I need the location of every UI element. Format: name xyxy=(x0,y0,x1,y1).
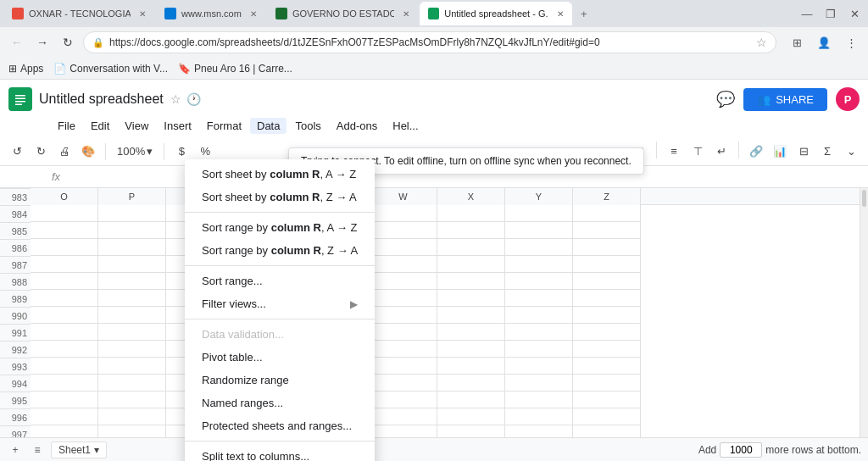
grid-cell[interactable] xyxy=(370,290,437,307)
tab-close-3[interactable]: ✕ xyxy=(403,9,409,19)
grid-cell[interactable] xyxy=(437,392,505,408)
grid-cell[interactable] xyxy=(505,341,573,358)
grid-cell[interactable] xyxy=(505,324,573,341)
grid-cell[interactable] xyxy=(573,375,641,392)
grid-cell[interactable] xyxy=(573,358,641,375)
grid-cell[interactable] xyxy=(573,222,641,239)
menu-view[interactable]: View xyxy=(118,118,155,134)
grid-cell[interactable] xyxy=(437,205,505,222)
grid-cell[interactable] xyxy=(437,273,505,290)
url-bar[interactable]: 🔒 https://docs.google.com/spreadsheets/d… xyxy=(83,31,776,53)
chart-button[interactable]: 📊 xyxy=(770,142,790,162)
protected-sheets-item[interactable]: Protected sheets and ranges... xyxy=(185,414,375,437)
sort-range-za-item[interactable]: Sort range by column R, Z → A xyxy=(185,239,375,262)
grid-cell[interactable] xyxy=(437,239,505,256)
grid-cell[interactable] xyxy=(437,425,505,437)
share-button[interactable]: 👥 SHARE xyxy=(743,88,827,111)
close-button[interactable]: ✕ xyxy=(844,3,865,24)
print-button[interactable]: 🖨 xyxy=(54,142,75,162)
grid-cell[interactable] xyxy=(573,341,641,358)
comments-icon[interactable]: 💬 xyxy=(716,90,735,108)
grid-cell[interactable] xyxy=(370,392,437,408)
refresh-button[interactable]: ↻ xyxy=(58,32,78,53)
percent-button[interactable]: % xyxy=(195,142,215,162)
bookmark-star-icon[interactable]: ☆ xyxy=(756,36,767,49)
grid-cell[interactable] xyxy=(505,358,573,375)
grid-cell[interactable] xyxy=(573,205,641,222)
grid-cell[interactable] xyxy=(370,425,437,437)
grid-cell[interactable] xyxy=(573,392,641,408)
grid-cell[interactable] xyxy=(31,341,98,358)
extensions-icon[interactable]: ⊞ xyxy=(787,32,807,53)
grid-cell[interactable] xyxy=(573,239,641,256)
grid-cell[interactable] xyxy=(31,324,98,341)
grid-cell[interactable] xyxy=(505,273,573,290)
link-button[interactable]: 🔗 xyxy=(746,142,766,162)
grid-cell[interactable] xyxy=(31,358,98,375)
grid-cell[interactable] xyxy=(31,256,98,273)
restore-button[interactable]: ❐ xyxy=(821,3,841,24)
sort-sheet-za-item[interactable]: Sort sheet by column R, Z → A xyxy=(185,186,375,208)
grid-cell[interactable] xyxy=(505,392,573,408)
grid-cell[interactable] xyxy=(437,222,505,239)
menu-addons[interactable]: Add-ons xyxy=(330,118,384,134)
grid-cell[interactable] xyxy=(505,375,573,392)
grid-cell[interactable] xyxy=(370,256,437,273)
forward-button[interactable]: → xyxy=(32,32,53,53)
grid-cell[interactable] xyxy=(437,375,505,392)
paint-format-button[interactable]: 🎨 xyxy=(78,142,98,162)
grid-cell[interactable] xyxy=(31,307,98,324)
add-sheet-button[interactable]: + xyxy=(7,442,24,458)
grid-cell[interactable] xyxy=(98,239,166,256)
tab-governo[interactable]: GOVERNO DO ESTADO D... ✕ xyxy=(267,2,418,25)
grid-cell[interactable] xyxy=(98,273,166,290)
align-button[interactable]: ≡ xyxy=(664,142,684,162)
grid-cell[interactable] xyxy=(370,273,437,290)
profile-icon[interactable]: 👤 xyxy=(814,32,834,53)
menu-edit[interactable]: Edit xyxy=(84,118,116,134)
sort-range-az-item[interactable]: Sort range by column R, A → Z xyxy=(185,216,375,239)
grid-cell[interactable] xyxy=(98,341,166,358)
undo-button[interactable]: ↺ xyxy=(7,142,27,162)
filter-button[interactable]: ⊟ xyxy=(793,142,814,162)
split-text-item[interactable]: Split text to columns... xyxy=(185,445,375,461)
grid-cell[interactable] xyxy=(573,324,641,341)
grid-cell[interactable] xyxy=(505,290,573,307)
menu-help[interactable]: Hel... xyxy=(386,118,425,134)
grid-cell[interactable] xyxy=(573,307,641,324)
expand-button[interactable]: ⌄ xyxy=(841,142,861,162)
grid-cell[interactable] xyxy=(31,239,98,256)
grid-cell[interactable] xyxy=(505,307,573,324)
bookmark-conversation[interactable]: 📄 Conversation with V... xyxy=(53,63,168,75)
grid-cell[interactable] xyxy=(370,375,437,392)
sheet-list-button[interactable]: ≡ xyxy=(29,442,46,458)
scrollbar-thumb[interactable] xyxy=(862,190,866,207)
function-button[interactable]: Σ xyxy=(817,142,837,162)
named-ranges-item[interactable]: Named ranges... xyxy=(185,392,375,414)
menu-insert[interactable]: Insert xyxy=(157,118,198,134)
grid-cell[interactable] xyxy=(31,290,98,307)
grid-cell[interactable] xyxy=(573,290,641,307)
grid-cell[interactable] xyxy=(98,205,166,222)
grid-cell[interactable] xyxy=(370,205,437,222)
grid-cell[interactable] xyxy=(370,408,437,425)
grid-cell[interactable] xyxy=(573,425,641,437)
grid-cell[interactable] xyxy=(370,324,437,341)
tab-close-1[interactable]: ✕ xyxy=(139,9,146,19)
back-button[interactable]: ← xyxy=(7,32,27,53)
tab-msn[interactable]: www.msn.com ✕ xyxy=(156,2,265,25)
tab-oxnar[interactable]: OXNAR - TECNOLOGIAS ✕ xyxy=(3,2,154,25)
grid-cell[interactable] xyxy=(370,307,437,324)
sheet-tab-sheet1[interactable]: Sheet1 ▾ xyxy=(51,442,107,458)
grid-cell[interactable] xyxy=(505,239,573,256)
new-tab-button[interactable]: + xyxy=(574,3,594,24)
randomize-range-item[interactable]: Randomize range xyxy=(185,369,375,392)
grid-cell[interactable] xyxy=(31,392,98,408)
grid-cell[interactable] xyxy=(98,408,166,425)
filter-views-item[interactable]: Filter views... ▶ xyxy=(185,292,375,315)
user-avatar[interactable]: P xyxy=(836,87,860,111)
minimize-button[interactable]: — xyxy=(797,3,817,24)
currency-button[interactable]: $ xyxy=(171,142,192,162)
grid-cell[interactable] xyxy=(573,273,641,290)
grid-cell[interactable] xyxy=(98,324,166,341)
